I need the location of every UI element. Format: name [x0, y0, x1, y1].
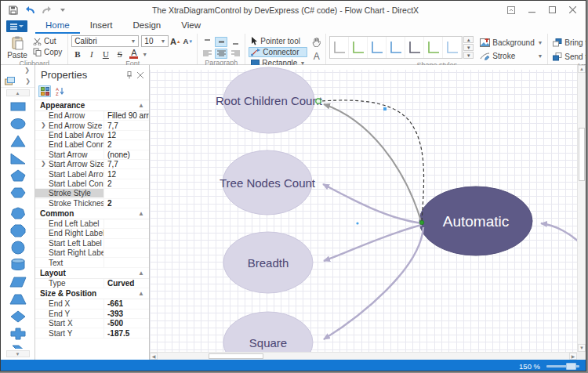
- shape-item-hexagon[interactable]: [8, 186, 28, 200]
- property-value[interactable]: [103, 248, 149, 257]
- property-section-header[interactable]: Common▲: [35, 208, 149, 219]
- pan-tool-button[interactable]: [310, 37, 322, 48]
- align-right-button[interactable]: [229, 49, 241, 59]
- bold-button[interactable]: B: [71, 49, 83, 60]
- property-section-header[interactable]: Size & Position▲: [35, 288, 149, 299]
- property-value[interactable]: [103, 229, 149, 237]
- paste-button[interactable]: Paste: [4, 35, 31, 60]
- property-row[interactable]: End Label Connector Offset2: [35, 140, 149, 150]
- shape-style-item[interactable]: [368, 37, 387, 58]
- undo-icon[interactable]: [24, 5, 35, 16]
- diagram-node-square[interactable]: Square: [223, 312, 313, 352]
- align-middle-button[interactable]: [215, 37, 227, 47]
- property-value[interactable]: -393: [103, 310, 149, 318]
- property-value[interactable]: -661: [103, 299, 149, 308]
- property-row[interactable]: Start Y-187.5: [35, 328, 149, 338]
- property-row[interactable]: End Y-393: [35, 310, 149, 319]
- shape-item-cylinder[interactable]: [8, 258, 28, 272]
- property-value[interactable]: 7,7: [103, 121, 149, 129]
- property-row[interactable]: Start Label Arrow Offset12: [35, 169, 149, 179]
- shape-item-heptagon[interactable]: [8, 206, 28, 220]
- green-ring-handle[interactable]: [316, 99, 321, 103]
- diagram-node-automatic[interactable]: Automatic: [419, 186, 532, 255]
- shape-style-item[interactable]: [387, 37, 405, 58]
- property-value[interactable]: 2: [103, 179, 149, 188]
- font-color-dropdown-icon[interactable]: ▼: [142, 52, 147, 57]
- shape-item-pentagon[interactable]: [8, 168, 28, 183]
- property-row[interactable]: End X-661: [35, 299, 149, 309]
- shape-item-cross[interactable]: [8, 327, 28, 341]
- property-row[interactable]: Start Arrow(none): [35, 150, 149, 160]
- categorized-view-icon[interactable]: [38, 85, 51, 97]
- shape-item-diamond[interactable]: [8, 310, 28, 324]
- property-row[interactable]: Start Right Label: [35, 248, 149, 258]
- close-icon[interactable]: [564, 4, 581, 16]
- align-top-button[interactable]: [201, 37, 213, 47]
- shape-style-item[interactable]: [349, 37, 368, 58]
- collapse-icon[interactable]: ▲: [138, 290, 144, 297]
- connector-automatic-to-square[interactable]: [324, 227, 423, 339]
- scroll-up-icon[interactable]: ▲: [578, 65, 586, 73]
- shape-item-ellipse[interactable]: [8, 117, 28, 131]
- background-button[interactable]: Background ▼: [478, 37, 544, 48]
- shape-style-item[interactable]: [330, 37, 349, 58]
- property-value[interactable]: [103, 219, 149, 228]
- copy-button[interactable]: Copy: [31, 47, 64, 57]
- stroke-button[interactable]: Stroke ▼: [478, 50, 544, 61]
- property-value[interactable]: [103, 189, 149, 197]
- zoom-slider[interactable]: [546, 365, 579, 368]
- shape-item-triangle[interactable]: [8, 134, 28, 148]
- scroll-down-icon[interactable]: ▼: [578, 344, 586, 352]
- property-row[interactable]: Start X-500: [35, 319, 149, 328]
- blue-square-handle[interactable]: [383, 107, 387, 110]
- property-value[interactable]: 2: [103, 140, 149, 149]
- connector-selected-connector-dash[interactable]: [321, 100, 424, 221]
- stencil-expand-icon[interactable]: ❯: [25, 78, 31, 85]
- property-value[interactable]: -500: [103, 319, 149, 328]
- align-left-button[interactable]: [201, 49, 213, 59]
- property-value[interactable]: [103, 258, 149, 266]
- font-size-combo[interactable]: 10▼: [141, 35, 169, 47]
- background-dropdown-icon[interactable]: ▼: [537, 40, 543, 45]
- horizontal-scrollbar[interactable]: ◀ ▶: [150, 352, 577, 360]
- shape-style-item[interactable]: [424, 37, 443, 58]
- diagram-node-root-children-count[interactable]: Root Children Count: [216, 67, 323, 133]
- save-icon[interactable]: [8, 5, 19, 16]
- property-value[interactable]: -187.5: [103, 328, 149, 337]
- shapes-scroll-up-icon[interactable]: ▲: [6, 89, 30, 96]
- grow-font-button[interactable]: A▲: [169, 36, 181, 47]
- application-menu-button[interactable]: [6, 20, 27, 32]
- qat-customize-icon[interactable]: [57, 5, 68, 16]
- diagram-node-breadth[interactable]: Breadth: [223, 232, 313, 293]
- property-row[interactable]: Start Left Label: [35, 239, 149, 248]
- property-row[interactable]: End Right Label: [35, 229, 149, 238]
- property-value[interactable]: [103, 239, 149, 248]
- property-row[interactable]: Start Label Connector Offset2: [35, 179, 149, 189]
- property-value[interactable]: (none): [103, 150, 149, 159]
- shape-item-circle[interactable]: [8, 241, 28, 255]
- collapse-icon[interactable]: ▲: [138, 210, 144, 217]
- property-row[interactable]: ❯End Arrow Size7,7: [35, 121, 149, 130]
- shape-item-octagon[interactable]: [8, 223, 28, 237]
- property-section-header[interactable]: Appearance▲: [35, 100, 149, 111]
- shapes-scroll-down-icon[interactable]: ▼: [6, 350, 30, 357]
- shape-item-chevron[interactable]: [8, 344, 28, 349]
- tab-home[interactable]: Home: [35, 19, 80, 34]
- tab-design[interactable]: Design: [122, 19, 171, 34]
- align-center-button[interactable]: [215, 49, 227, 59]
- expand-icon[interactable]: ❯: [41, 121, 46, 129]
- property-row[interactable]: TypeCurved: [35, 279, 149, 288]
- green-dot-handle[interactable]: [419, 220, 424, 225]
- connector-automatic-to-breadth[interactable]: [324, 225, 422, 261]
- stroke-dropdown-icon[interactable]: ▼: [537, 53, 543, 59]
- shape-item-trapezoid[interactable]: [8, 292, 28, 306]
- property-row[interactable]: Stroke Style: [35, 189, 149, 198]
- strikethrough-button[interactable]: S: [114, 49, 125, 60]
- pin-icon[interactable]: [126, 71, 132, 79]
- collapse-icon[interactable]: ▲: [138, 270, 144, 277]
- connector-automatic-to-root-gray[interactable]: [324, 104, 421, 221]
- property-row[interactable]: End ArrowFilled 90 arrow: [35, 111, 149, 121]
- scroll-left-icon[interactable]: ◀: [150, 353, 158, 360]
- diagram-node-tree-nodes-count[interactable]: Tree Nodes Count: [220, 150, 316, 215]
- property-value[interactable]: 7,7: [103, 160, 149, 168]
